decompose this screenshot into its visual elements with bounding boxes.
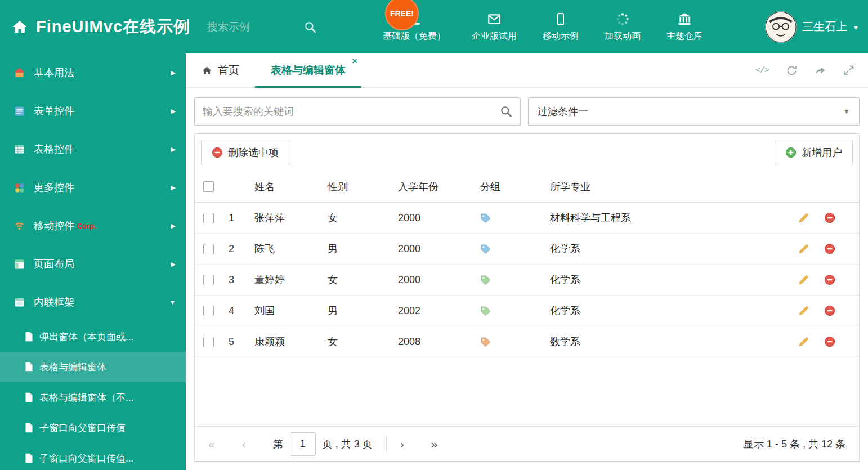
row-checkbox[interactable] [203, 337, 214, 347]
search-icon[interactable] [500, 105, 512, 118]
top-nav: 基础版（免费） 企业版试用 移动示例 加载动画 [383, 11, 703, 42]
nav-loading-animation[interactable]: 加载动画 [605, 11, 641, 42]
next-page-button[interactable]: › [400, 438, 404, 450]
tag-icon [480, 244, 491, 254]
row-checkbox[interactable] [203, 306, 214, 316]
file-icon [25, 362, 33, 372]
sidebar-item-more-controls[interactable]: 更多控件 ▶ [0, 168, 186, 207]
sidebar-subitem-grid-edit-window[interactable]: 表格与编辑窗体 [0, 352, 186, 382]
delete-selected-button[interactable]: 删除选中项 [201, 140, 289, 165]
row-number: 3 [222, 274, 254, 286]
nav-theme-store[interactable]: 主题仓库 [666, 11, 703, 42]
top-search-input[interactable] [207, 21, 304, 33]
col-header-gender[interactable]: 性别 [328, 180, 398, 194]
delete-icon[interactable] [824, 336, 835, 347]
col-header-name[interactable]: 姓名 [254, 180, 328, 194]
prev-page-button[interactable]: ‹ [242, 438, 246, 450]
cell-gender: 女 [328, 211, 398, 225]
delete-icon[interactable] [824, 305, 835, 316]
form-icon [14, 105, 29, 117]
expand-icon[interactable] [843, 65, 854, 76]
spinner-icon [615, 11, 630, 26]
chevron-right-icon: ▶ [171, 146, 176, 153]
tab-grid-edit-window[interactable]: 表格与编辑窗体 × [255, 53, 361, 87]
select-all-checkbox[interactable] [203, 181, 214, 192]
row-checkbox[interactable] [203, 213, 214, 223]
main-area: 首页 表格与编辑窗体 × </> 过滤条件一 [186, 53, 868, 470]
sidebar-item-mobile-controls[interactable]: 移动控件 Corp. ▶ [0, 207, 186, 245]
code-icon[interactable]: </> [755, 66, 769, 75]
last-page-button[interactable]: » [431, 438, 438, 450]
major-link[interactable]: 材料科学与工程系 [550, 211, 631, 225]
file-icon [25, 423, 33, 433]
mobile-icon [14, 220, 29, 232]
delete-icon[interactable] [824, 212, 835, 223]
table-row: 4 刘国 男 2002 化学系 [195, 296, 859, 326]
user-menu[interactable]: 三生石上 ▼ [765, 11, 859, 43]
chevron-right-icon: ▶ [171, 261, 176, 268]
edit-icon[interactable] [798, 336, 809, 347]
sidebar-item-page-layout[interactable]: 页面布局 ▶ [0, 245, 186, 283]
sidebar-subitem-grid-edit-window-2[interactable]: 表格与编辑窗体（不... [0, 382, 186, 413]
filter-row: 过滤条件一 ▼ [194, 97, 860, 126]
frame-icon [14, 297, 29, 308]
sidebar-item-iframe[interactable]: 内联框架 ▼ [0, 283, 186, 321]
col-header-year[interactable]: 入学年份 [398, 180, 477, 194]
major-link[interactable]: 数学系 [550, 335, 580, 348]
grid-panel: 删除选中项 新增用户 姓名 性别 入学年份 分组 所学专业 [194, 133, 860, 462]
keyword-search-input[interactable] [203, 106, 500, 118]
forward-icon[interactable] [815, 65, 826, 77]
tab-home[interactable]: 首页 [186, 53, 255, 87]
delete-icon[interactable] [824, 243, 835, 254]
edit-icon[interactable] [798, 243, 809, 254]
sidebar-subitem-child-to-parent-2[interactable]: 子窗口向父窗口传值... [0, 443, 186, 470]
cell-year: 2000 [398, 243, 477, 255]
cell-gender: 女 [328, 335, 398, 348]
edit-icon[interactable] [798, 305, 809, 316]
file-icon [25, 453, 33, 463]
row-number: 2 [222, 243, 254, 255]
file-icon [25, 332, 33, 342]
top-search[interactable] [207, 21, 326, 33]
chevron-down-icon: ▼ [853, 24, 859, 31]
tab-tools: </> [755, 53, 868, 87]
add-user-button[interactable]: 新增用户 [775, 140, 853, 165]
major-link[interactable]: 化学系 [550, 273, 580, 287]
sidebar-item-basic-usage[interactable]: 基本用法 ▶ [0, 53, 186, 92]
edit-icon[interactable] [798, 212, 809, 223]
page-input[interactable] [290, 432, 316, 456]
cell-gender: 男 [328, 304, 398, 317]
nav-enterprise-trial[interactable]: 企业版试用 [472, 11, 517, 42]
col-header-major[interactable]: 所学专业 [550, 180, 775, 194]
major-link[interactable]: 化学系 [550, 304, 580, 317]
close-icon[interactable]: × [352, 56, 357, 66]
sidebar-subitem-popup-window[interactable]: 弹出窗体（本页面或... [0, 321, 186, 352]
delete-icon[interactable] [824, 274, 835, 285]
table-row: 2 陈飞 男 2000 化学系 [195, 234, 859, 265]
home-icon[interactable] [11, 19, 28, 35]
table-header-row: 姓名 性别 入学年份 分组 所学专业 [195, 171, 859, 203]
nav-mobile-demo[interactable]: 移动示例 [543, 11, 579, 42]
cell-year: 2000 [398, 274, 477, 286]
chevron-down-icon: ▼ [169, 299, 176, 306]
sidebar-item-grid-controls[interactable]: 表格控件 ▶ [0, 130, 186, 168]
col-header-group[interactable]: 分组 [477, 180, 550, 194]
sidebar-subitem-child-to-parent[interactable]: 子窗口向父窗口传值 [0, 413, 186, 443]
envelope-icon [486, 11, 502, 26]
chevron-right-icon: ▶ [171, 222, 176, 230]
search-icon[interactable] [304, 21, 316, 33]
sidebar-item-form-controls[interactable]: 表单控件 ▶ [0, 92, 186, 130]
table-row: 5 康颖颖 女 2008 数学系 [195, 326, 859, 357]
tag-icon [480, 213, 491, 223]
keyword-search-box [194, 97, 521, 126]
app-title: FineUIMvc在线示例 [36, 16, 190, 38]
edit-icon[interactable] [798, 274, 809, 285]
row-checkbox[interactable] [203, 275, 214, 285]
major-link[interactable]: 化学系 [550, 242, 580, 256]
row-checkbox[interactable] [203, 244, 214, 254]
widgets-icon [14, 182, 29, 194]
user-name: 三生石上 [802, 19, 847, 34]
first-page-button[interactable]: « [208, 438, 215, 450]
refresh-icon[interactable] [786, 65, 798, 77]
filter-dropdown[interactable]: 过滤条件一 ▼ [528, 97, 860, 126]
